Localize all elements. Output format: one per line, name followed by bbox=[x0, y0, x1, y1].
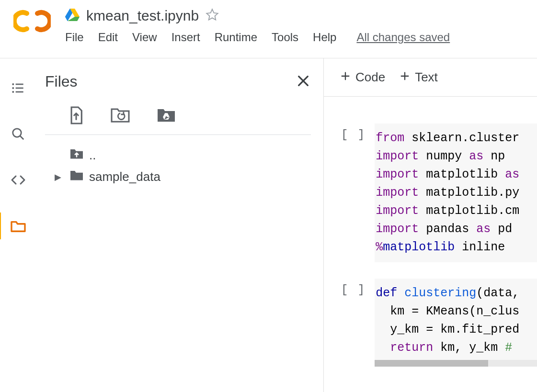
svg-rect-1 bbox=[16, 84, 23, 85]
folder-icon bbox=[69, 169, 84, 185]
tree-parent-label: .. bbox=[89, 148, 96, 163]
plus-icon bbox=[400, 70, 410, 85]
menu-help[interactable]: Help bbox=[313, 31, 336, 44]
chevron-right-icon[interactable]: ▶ bbox=[55, 172, 64, 182]
svg-point-0 bbox=[12, 83, 14, 85]
horizontal-scrollbar[interactable] bbox=[375, 360, 537, 367]
save-status[interactable]: All changes saved bbox=[356, 31, 450, 44]
cell-editor[interactable]: def clustering(data, km = KMeans(n_clus … bbox=[375, 279, 537, 367]
side-rail bbox=[0, 58, 36, 392]
upload-file-icon[interactable] bbox=[68, 106, 84, 127]
add-code-label: Code bbox=[355, 70, 385, 85]
svg-line-7 bbox=[20, 136, 24, 140]
add-text-label: Text bbox=[415, 70, 438, 85]
star-icon[interactable] bbox=[206, 8, 219, 23]
file-tree: .. ▶ sample_data bbox=[45, 145, 311, 188]
search-icon[interactable] bbox=[9, 124, 28, 144]
files-panel-title: Files bbox=[45, 73, 78, 90]
mount-drive-icon[interactable] bbox=[156, 106, 176, 127]
refresh-folder-icon[interactable] bbox=[110, 106, 130, 127]
svg-point-2 bbox=[12, 87, 14, 89]
document-title[interactable]: kmean_test.ipynb bbox=[86, 8, 199, 24]
cell-editor[interactable]: from sklearn.clusterimport numpy as npim… bbox=[375, 123, 537, 262]
toc-icon[interactable] bbox=[9, 78, 28, 98]
cell-exec-bracket[interactable]: [ ] bbox=[341, 279, 366, 367]
svg-rect-3 bbox=[16, 88, 23, 89]
folder-up-icon bbox=[69, 147, 84, 163]
files-panel: Files bbox=[36, 58, 324, 392]
cell-exec-bracket[interactable]: [ ] bbox=[341, 123, 366, 262]
files-toolbar bbox=[45, 106, 311, 127]
plus-icon bbox=[340, 70, 351, 85]
menu-edit[interactable]: Edit bbox=[98, 31, 118, 44]
drive-icon[interactable] bbox=[65, 9, 80, 23]
menu-runtime[interactable]: Runtime bbox=[215, 31, 257, 44]
notebook-cells: [ ]from sklearn.clusterimport numpy as n… bbox=[324, 97, 537, 383]
svg-rect-5 bbox=[16, 91, 23, 93]
menu-insert[interactable]: Insert bbox=[171, 31, 200, 44]
code-cell[interactable]: [ ]from sklearn.clusterimport numpy as n… bbox=[341, 123, 537, 262]
svg-point-6 bbox=[13, 129, 22, 137]
add-text-button[interactable]: Text bbox=[400, 70, 438, 85]
menubar: File Edit View Insert Runtime Tools Help… bbox=[65, 31, 537, 44]
header: kmean_test.ipynb File Edit View Insert R… bbox=[0, 0, 537, 58]
title-row: kmean_test.ipynb bbox=[65, 8, 537, 24]
tree-parent[interactable]: .. bbox=[55, 145, 311, 166]
svg-point-4 bbox=[12, 91, 14, 93]
main: Files bbox=[0, 58, 537, 392]
menu-file[interactable]: File bbox=[65, 31, 84, 44]
tree-folder-sample-data[interactable]: ▶ sample_data bbox=[55, 166, 311, 188]
colab-logo[interactable] bbox=[13, 10, 51, 34]
tree-folder-label: sample_data bbox=[89, 169, 160, 184]
menu-tools[interactable]: Tools bbox=[272, 31, 298, 44]
code-snippets-icon[interactable] bbox=[9, 170, 28, 190]
notebook-toolbar: Code Text bbox=[324, 58, 537, 97]
files-tab-icon[interactable] bbox=[9, 216, 28, 235]
menu-view[interactable]: View bbox=[132, 31, 157, 44]
divider bbox=[45, 134, 311, 135]
close-icon[interactable] bbox=[296, 73, 311, 90]
code-cell[interactable]: [ ]def clustering(data, km = KMeans(n_cl… bbox=[341, 279, 537, 367]
notebook-area: Code Text [ ]from sklearn.clusterimport … bbox=[324, 58, 537, 392]
add-code-button[interactable]: Code bbox=[340, 70, 385, 85]
